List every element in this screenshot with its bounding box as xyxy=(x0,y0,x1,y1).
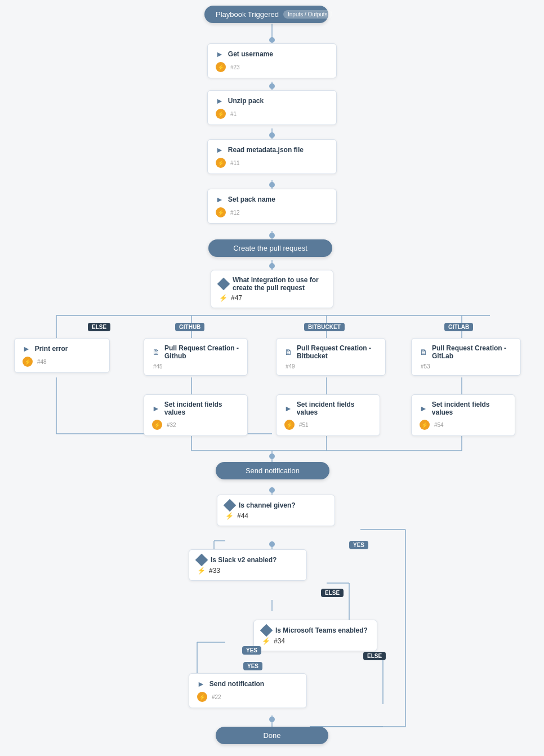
pr-bitbucket-node[interactable]: 🗎 Pull Request Creation - Bitbucket #49 xyxy=(276,338,386,376)
is-slack-v2-id: #33 xyxy=(209,567,220,575)
connector-dot-7 xyxy=(269,453,275,459)
set-incident-bitbucket-id: #51 xyxy=(299,422,309,428)
get-username-id: #23 xyxy=(230,64,240,70)
get-username-node[interactable]: ► Get username ⚡ #23 xyxy=(207,43,337,78)
get-username-title: Get username xyxy=(228,50,273,58)
set-incident-github-badge: ⚡ xyxy=(152,420,162,430)
is-channel-given-id: #44 xyxy=(237,512,248,520)
playbook-triggered-node[interactable]: Playbook Triggered Inputs / Outputs xyxy=(204,6,328,23)
what-integration-node[interactable]: What integration to use for create the p… xyxy=(211,270,333,308)
else-branch-label-2: ELSE xyxy=(321,589,344,597)
connector-dot-6 xyxy=(269,263,275,269)
send-notification-bottom-title: Send notification xyxy=(209,680,264,688)
diamond-icon-1 xyxy=(217,278,230,291)
github-branch-label: GITHUB xyxy=(175,323,204,331)
set-incident-bitbucket-title: Set incident fields values xyxy=(297,401,372,416)
unzip-pack-id: #1 xyxy=(230,111,237,117)
task-arrow-icon: ► xyxy=(216,50,224,59)
task-arrow-icon-9: ► xyxy=(197,679,205,688)
is-channel-given-title: Is channel given? xyxy=(239,501,296,509)
send-notification-bottom-badge: ⚡ xyxy=(197,692,207,702)
set-incident-bitbucket-node[interactable]: ► Set incident fields values ⚡ #51 xyxy=(276,394,380,436)
diamond-icon-3 xyxy=(195,554,208,567)
gitlab-branch-label: GITLAB xyxy=(444,323,473,331)
yes-branch-label-2: YES xyxy=(242,646,261,655)
set-pack-name-node[interactable]: ► Set pack name ⚡ #12 xyxy=(207,189,337,224)
is-ms-teams-node[interactable]: Is Microsoft Teams enabled? ⚡ #34 xyxy=(253,620,377,651)
is-slack-v2-badge: ⚡ xyxy=(197,567,206,575)
unzip-pack-badge: ⚡ xyxy=(216,109,226,119)
pr-gitlab-title: Pull Request Creation - GitLab xyxy=(432,344,512,360)
what-integration-title: What integration to use for create the p… xyxy=(233,276,325,292)
task-arrow-icon-7: ► xyxy=(284,404,292,413)
unzip-pack-node[interactable]: ► Unzip pack ⚡ #1 xyxy=(207,90,337,125)
print-error-id: #48 xyxy=(37,359,47,365)
task-arrow-icon-8: ► xyxy=(420,404,427,413)
create-pull-request-node[interactable]: Create the pull request xyxy=(208,239,332,257)
connector-dot-8 xyxy=(269,487,275,493)
set-pack-name-id: #12 xyxy=(230,210,240,216)
else-branch-label-3: ELSE xyxy=(363,652,386,660)
set-incident-gitlab-node[interactable]: ► Set incident fields values ⚡ #54 xyxy=(411,394,515,436)
bitbucket-branch-label: BITBUCKET xyxy=(304,323,345,331)
pr-github-title: Pull Request Creation - Github xyxy=(164,344,239,360)
pr-bitbucket-id: #49 xyxy=(286,363,295,370)
else-branch-label-1: ELSE xyxy=(88,323,110,331)
inputs-outputs-badge: Inputs / Outputs xyxy=(283,10,332,19)
send-notification-bottom-node[interactable]: ► Send notification ⚡ #22 xyxy=(189,673,307,708)
is-channel-given-node[interactable]: Is channel given? ⚡ #44 xyxy=(217,495,335,526)
done-node[interactable]: Done xyxy=(216,727,328,744)
is-slack-v2-node[interactable]: Is Slack v2 enabled? ⚡ #33 xyxy=(189,549,307,581)
connector-dot-9 xyxy=(269,541,275,547)
send-notification-top-label: Send notification xyxy=(246,466,300,475)
task-arrow-icon-4: ► xyxy=(216,195,224,204)
pr-bitbucket-title: Pull Request Creation - Bitbucket xyxy=(297,344,377,360)
task-doc-icon-2: 🗎 xyxy=(284,348,292,357)
yes-branch-label-1: YES xyxy=(349,541,368,549)
read-metadata-node[interactable]: ► Read metadata.json file ⚡ #11 xyxy=(207,139,337,174)
print-error-badge: ⚡ xyxy=(23,357,33,367)
set-pack-name-title: Set pack name xyxy=(228,195,275,203)
set-incident-gitlab-id: #54 xyxy=(434,422,444,428)
connector-dot-3 xyxy=(269,132,275,138)
read-metadata-title: Read metadata.json file xyxy=(228,146,304,154)
connector-dot-2 xyxy=(269,83,275,89)
send-notification-top-node[interactable]: Send notification xyxy=(216,462,329,479)
pr-github-node[interactable]: 🗎 Pull Request Creation - Github #45 xyxy=(144,338,248,376)
set-incident-github-node[interactable]: ► Set incident fields values ⚡ #32 xyxy=(144,394,248,436)
flowchart: Playbook Triggered Inputs / Outputs ► Ge… xyxy=(0,0,544,756)
pr-gitlab-id: #53 xyxy=(421,363,430,370)
task-arrow-icon-2: ► xyxy=(216,96,224,105)
pr-github-id: #45 xyxy=(153,363,163,370)
pr-gitlab-node[interactable]: 🗎 Pull Request Creation - GitLab #53 xyxy=(411,338,521,376)
is-channel-given-badge: ⚡ xyxy=(225,512,234,520)
diamond-icon-2 xyxy=(224,499,237,512)
connector-dot-4 xyxy=(269,182,275,188)
set-pack-name-badge: ⚡ xyxy=(216,207,226,217)
set-incident-gitlab-badge: ⚡ xyxy=(420,420,430,430)
connector-dot-5 xyxy=(269,233,275,238)
unzip-pack-title: Unzip pack xyxy=(228,97,264,105)
print-error-title: Print error xyxy=(35,345,68,353)
connector-dot-1 xyxy=(269,37,275,43)
send-notification-bottom-id: #22 xyxy=(212,694,221,700)
read-metadata-badge: ⚡ xyxy=(216,158,226,168)
set-incident-github-id: #32 xyxy=(167,422,176,428)
get-username-badge: ⚡ xyxy=(216,62,226,72)
set-incident-gitlab-title: Set incident fields values xyxy=(432,401,507,416)
what-integration-id: #47 xyxy=(231,294,242,302)
set-incident-github-title: Set incident fields values xyxy=(164,401,239,416)
is-ms-teams-badge: ⚡ xyxy=(262,637,270,645)
is-slack-v2-title: Is Slack v2 enabled? xyxy=(211,556,277,564)
connector-dot-10 xyxy=(269,717,275,722)
print-error-node[interactable]: ► Print error ⚡ #48 xyxy=(14,338,110,373)
is-ms-teams-id: #34 xyxy=(274,637,285,645)
create-pull-request-label: Create the pull request xyxy=(233,244,307,252)
task-arrow-icon-6: ► xyxy=(152,404,160,413)
task-arrow-icon-3: ► xyxy=(216,145,224,154)
is-ms-teams-title: Is Microsoft Teams enabled? xyxy=(275,626,368,634)
task-doc-icon-3: 🗎 xyxy=(420,348,427,357)
task-doc-icon-1: 🗎 xyxy=(152,348,160,357)
task-arrow-icon-5: ► xyxy=(23,344,30,353)
playbook-triggered-label: Playbook Triggered xyxy=(216,10,279,19)
